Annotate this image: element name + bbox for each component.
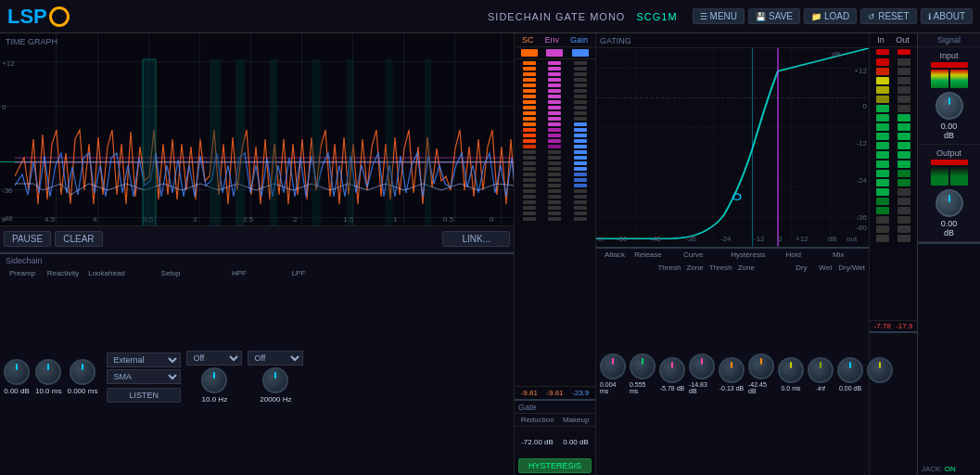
svg-rect-8 <box>347 59 354 226</box>
gating-graph: dB +12 0 -12 -24 -36 -48 -60 in -60 -48 … <box>596 48 869 247</box>
svg-rect-45 <box>548 89 561 93</box>
lpf-label: LPF <box>271 269 326 277</box>
hpf-freq-knob[interactable] <box>201 367 227 393</box>
hpf-label: HPF <box>211 269 267 277</box>
svg-rect-85 <box>574 150 587 154</box>
makeup-value: 0.00 dB <box>563 438 589 446</box>
svg-rect-137 <box>897 68 910 75</box>
svg-rect-67 <box>548 212 561 215</box>
svg-rect-80 <box>574 122 587 126</box>
preamp-knob[interactable] <box>4 359 30 385</box>
hysteresis-button[interactable]: HYSTERESIS <box>518 458 592 473</box>
curve-thresh-value: -5.78 dB <box>660 385 684 392</box>
gain-indicator <box>572 49 589 57</box>
input-knob[interactable] <box>935 92 963 120</box>
lpf-select[interactable]: Off 12dB/oct 24dB/oct <box>248 351 303 366</box>
reactivity-knob[interactable] <box>35 359 61 385</box>
svg-rect-127 <box>876 160 889 168</box>
gate-sub-labels: Reduction Makeup <box>515 414 595 427</box>
svg-rect-6 <box>270 59 277 226</box>
drywet-knob[interactable] <box>867 357 893 383</box>
wet-knob[interactable] <box>837 357 863 383</box>
svg-rect-40 <box>548 61 561 65</box>
release-value: 0.555 ms <box>630 381 655 394</box>
sidechain-labels-row: Preamp Reactivity Lookahead Setup HPF LP… <box>0 267 515 280</box>
curve-thresh-knob[interactable] <box>659 357 685 383</box>
link-button[interactable]: LINK... <box>442 231 510 247</box>
reset-button[interactable]: ↺ RESET <box>860 8 916 24</box>
hpf-select[interactable]: Off 12dB/oct 24dB/oct <box>186 351 242 366</box>
gating-in-36: -36 <box>685 235 696 243</box>
listen-button[interactable]: LISTEN <box>107 388 181 403</box>
lpf-freq-knob[interactable] <box>262 367 288 393</box>
sidechain-controls: 0.00 dB 10.0 ms 0.000 ms External Intern… <box>0 280 515 476</box>
jack-label: JACK: <box>922 465 943 473</box>
out-db-value: -17.9 <box>896 322 912 330</box>
curve-zone-knob[interactable] <box>689 353 715 379</box>
svg-rect-88 <box>574 167 587 171</box>
svg-rect-76 <box>574 100 587 104</box>
lookahead-knob[interactable] <box>70 359 95 385</box>
env-bar-svg <box>545 61 564 224</box>
gating-section: GATING <box>596 33 869 475</box>
hold-label: Hold <box>777 250 810 259</box>
gain-tab[interactable]: Gain <box>570 35 588 45</box>
gate-sublabels-row: Thresh Zone Thresh Zone Dry Wet Dry/Wet <box>596 262 869 274</box>
svg-rect-34 <box>523 189 536 193</box>
makeup-label: Makeup <box>563 416 589 424</box>
filter-select[interactable]: SMA EMA RMS <box>107 369 181 384</box>
hyst-thresh-knob[interactable] <box>719 357 745 383</box>
env-tab[interactable]: Env <box>544 35 559 45</box>
inout-values: -7.78 -17.9 <box>870 320 917 331</box>
attack-knob[interactable] <box>600 353 626 379</box>
pause-button[interactable]: PAUSE <box>4 231 51 247</box>
output-section: Output 0.00dB <box>918 145 980 242</box>
svg-rect-24 <box>523 134 536 137</box>
output-meter-r <box>950 167 968 186</box>
output-label: Output <box>936 148 961 158</box>
output-knob[interactable] <box>935 189 963 217</box>
gating-graph-svg <box>596 48 869 247</box>
release-knob[interactable] <box>630 353 655 379</box>
save-button[interactable]: 💾 SAVE <box>748 8 800 24</box>
about-button[interactable]: ℹ ABOUT <box>921 8 973 24</box>
gating-in-48: -48 <box>650 235 661 243</box>
svg-rect-61 <box>548 178 561 182</box>
hyst-zone-knob[interactable] <box>748 353 774 379</box>
vu-panel: SC Env Gain <box>515 33 596 475</box>
output-meter-group <box>931 167 968 186</box>
svg-rect-31 <box>523 173 536 176</box>
preamp-label: Preamp <box>6 269 39 277</box>
hold-knob[interactable] <box>778 357 804 383</box>
mode-select[interactable]: External Internal <box>107 353 181 367</box>
sc-tab[interactable]: SC <box>522 35 534 45</box>
dry-knob[interactable] <box>808 357 834 383</box>
reactivity-control: 10.0 ms <box>35 359 61 395</box>
dry-value: -inf <box>816 385 825 392</box>
hyst-thresh-value: -0.13 dB <box>719 385 744 392</box>
clear-button[interactable]: CLEAR <box>55 231 102 247</box>
sc-db-value: -9.81 <box>521 389 538 397</box>
svg-rect-136 <box>897 58 910 66</box>
svg-rect-145 <box>897 142 910 149</box>
drywet-label: Dry/Wet <box>838 263 865 272</box>
reactivity-label: Reactivity <box>46 269 80 277</box>
gating-minus60: -60 <box>856 224 867 232</box>
svg-rect-155 <box>897 235 910 242</box>
svg-rect-73 <box>574 83 587 87</box>
load-button[interactable]: 📁 LOAD <box>804 8 857 24</box>
svg-rect-58 <box>548 161 561 165</box>
gain-bar-svg <box>571 61 590 224</box>
gate-title: Gate <box>518 403 537 412</box>
svg-rect-66 <box>548 206 561 210</box>
lpf-control: Off 12dB/oct 24dB/oct 20000 Hz <box>248 351 303 404</box>
svg-rect-83 <box>574 139 587 143</box>
svg-rect-39 <box>523 217 536 221</box>
menu-button[interactable]: ☰ MENU <box>693 8 745 24</box>
svg-rect-42 <box>548 72 561 76</box>
svg-rect-133 <box>876 216 889 224</box>
gain-db-value: -23.9 <box>572 389 589 397</box>
svg-rect-65 <box>548 200 561 204</box>
svg-rect-72 <box>574 78 587 82</box>
svg-rect-52 <box>548 128 561 132</box>
